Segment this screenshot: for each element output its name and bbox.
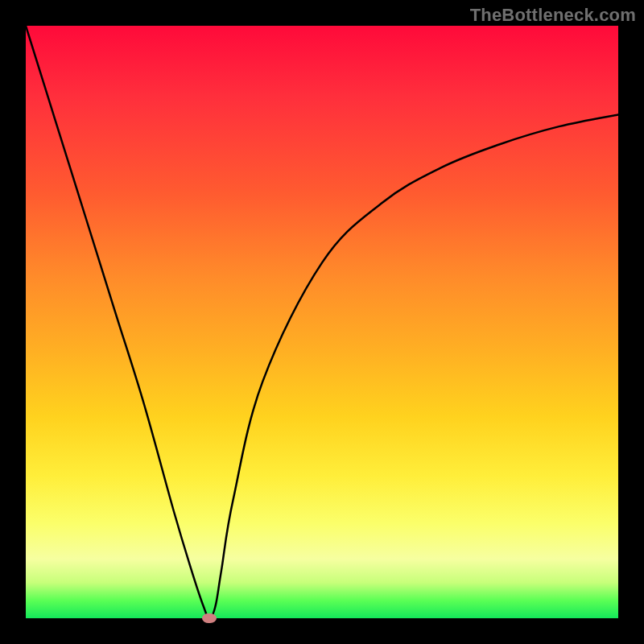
curve-path bbox=[26, 26, 618, 618]
optimal-point-marker bbox=[202, 613, 217, 623]
chart-frame: TheBottleneck.com bbox=[0, 0, 644, 644]
plot-area bbox=[26, 26, 618, 618]
bottleneck-curve bbox=[26, 26, 618, 618]
watermark-text: TheBottleneck.com bbox=[470, 5, 636, 26]
